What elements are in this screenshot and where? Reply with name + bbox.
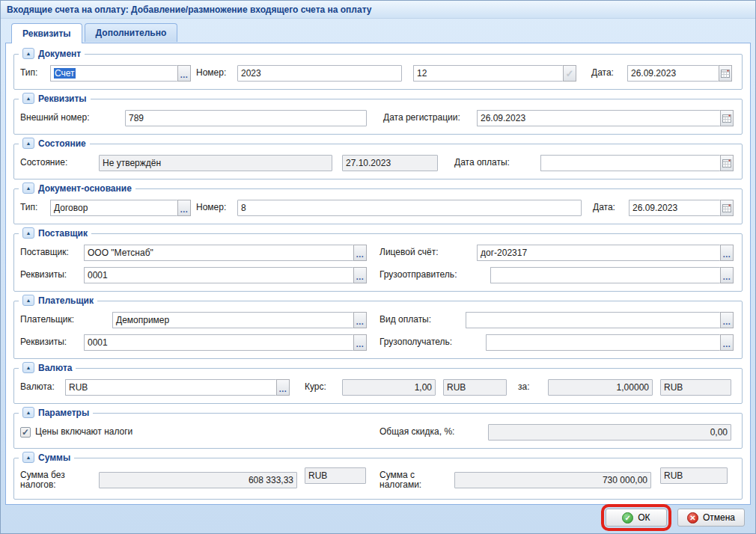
supplier-combo[interactable]: ООО "Метснаб" … <box>84 245 367 261</box>
payment-type-combo[interactable]: … <box>466 312 734 328</box>
fieldset-state-legend: Состояние <box>38 138 86 149</box>
collapse-icon: ▲ <box>26 51 31 56</box>
tab-strip: Реквизиты Дополнительно <box>5 19 751 43</box>
reg-date-input[interactable]: 26.09.2023 <box>477 110 720 126</box>
fieldset-document-legend: Документ <box>38 49 81 59</box>
supplier-requisites-input[interactable]: 0001 <box>84 267 353 283</box>
currency-browse-button[interactable]: … <box>276 379 290 396</box>
ellipsis-icon: … <box>356 272 365 281</box>
payer-requisites-browse-button[interactable]: … <box>353 334 367 351</box>
collapse-state-button[interactable]: ▲ <box>22 138 34 149</box>
supplier-browse-button[interactable]: … <box>353 245 367 261</box>
fieldset-parameters-legend: Параметры <box>38 408 89 418</box>
base-type-input[interactable]: Договор <box>50 200 177 216</box>
fieldset-currency: ▲ Валюта Валюта: RUB … Курс: 1,00 RUB за… <box>13 368 743 404</box>
ok-highlight-annotation: ✓ ОК <box>601 504 671 531</box>
fieldset-supplier-legend: Поставщик <box>38 228 88 239</box>
fieldset-supplier: ▲ Поставщик Поставщик: ООО "Метснаб" … Л… <box>13 233 743 292</box>
taxes-checkbox-label: Цены включают налоги <box>35 427 132 437</box>
payer-combo[interactable]: Демопример … <box>112 312 367 328</box>
base-date-calendar-button[interactable] <box>720 200 734 216</box>
shipper-browse-button[interactable]: … <box>720 267 734 283</box>
collapse-currency-button[interactable]: ▲ <box>22 362 34 373</box>
document-type-browse-button[interactable]: … <box>177 65 191 82</box>
currency-input[interactable]: RUB <box>65 379 276 396</box>
document-number-extra-combo[interactable]: 12 ✓ <box>413 65 576 82</box>
state-label: Состояние: <box>20 158 99 168</box>
consignee-combo[interactable]: … <box>486 334 734 351</box>
sum-with-currency-input: RUB <box>660 467 728 484</box>
payer-input[interactable]: Демопример <box>112 312 353 328</box>
per-currency-input: RUB <box>660 379 731 396</box>
document-type-input[interactable]: Счет <box>50 65 177 82</box>
external-number-input[interactable]: 789 <box>125 110 367 126</box>
payment-type-browse-button[interactable]: … <box>720 312 734 328</box>
collapse-sums-button[interactable]: ▲ <box>22 452 34 463</box>
base-date-input[interactable]: 26.09.2023 <box>629 200 720 216</box>
collapse-document-button[interactable]: ▲ <box>22 48 34 59</box>
base-type-combo[interactable]: Договор … <box>50 200 191 216</box>
discount-label: Общая скидка, %: <box>379 427 488 437</box>
reg-date-calendar-button[interactable] <box>720 110 734 126</box>
collapse-icon: ▲ <box>26 455 31 460</box>
document-date-combo[interactable]: 26.09.2023 <box>627 65 732 82</box>
document-date-input[interactable]: 26.09.2023 <box>627 65 719 82</box>
tab-panel: ▲ Документ Тип: Счет … Номер: 2023 12 ✓ <box>5 43 751 505</box>
document-number-input[interactable]: 2023 <box>237 65 402 82</box>
ok-button-label: ОК <box>638 512 650 523</box>
pay-date-input[interactable] <box>540 155 720 171</box>
payer-requisites-combo[interactable]: 0001 … <box>84 334 367 351</box>
pay-date-calendar-button[interactable] <box>720 155 734 171</box>
collapse-base-document-button[interactable]: ▲ <box>22 182 34 194</box>
payer-requisites-input[interactable]: 0001 <box>84 334 353 351</box>
document-date-calendar-button[interactable] <box>719 65 732 82</box>
collapse-requisites-button[interactable]: ▲ <box>22 93 34 104</box>
fieldset-parameters: ▲ Параметры ✓ Цены включают налоги Общая… <box>13 413 743 449</box>
button-bar: ✓ ОК ✕ Отмена <box>1 505 755 533</box>
pay-date-combo[interactable] <box>540 155 734 171</box>
supplier-requisites-browse-button[interactable]: … <box>353 267 367 283</box>
tab-additional[interactable]: Дополнительно <box>85 23 178 42</box>
tab-requisites[interactable]: Реквизиты <box>11 23 82 43</box>
reg-date-combo[interactable]: 26.09.2023 <box>477 110 734 126</box>
consignee-browse-button[interactable]: … <box>720 334 734 351</box>
sum-without-input: 608 333,33 <box>99 472 297 488</box>
base-number-input[interactable]: 8 <box>237 200 582 216</box>
shipper-combo[interactable]: … <box>490 267 734 283</box>
currency-combo[interactable]: RUB … <box>65 379 290 396</box>
supplier-requisites-combo[interactable]: 0001 … <box>84 267 367 283</box>
base-type-browse-button[interactable]: … <box>177 200 191 216</box>
external-number-label: Внешний номер: <box>20 113 125 123</box>
account-browse-button[interactable]: … <box>720 245 734 261</box>
document-date-label: Дата: <box>591 68 627 78</box>
collapse-icon: ▲ <box>26 185 31 191</box>
payment-type-input[interactable] <box>466 312 720 328</box>
collapse-supplier-button[interactable]: ▲ <box>22 227 34 239</box>
ellipsis-icon: … <box>356 340 365 349</box>
payer-browse-button[interactable]: … <box>353 312 367 328</box>
shipper-input[interactable] <box>490 267 720 283</box>
document-number-extra-input[interactable]: 12 <box>413 65 563 82</box>
account-combo[interactable]: дог-202317 … <box>477 245 734 261</box>
base-date-combo[interactable]: 26.09.2023 <box>629 200 734 216</box>
ellipsis-icon: … <box>722 250 731 259</box>
cancel-button[interactable]: ✕ Отмена <box>677 509 745 527</box>
calendar-icon <box>722 114 731 123</box>
ellipsis-icon: … <box>356 317 365 326</box>
rate-input: 1,00 <box>342 379 436 396</box>
taxes-checkbox[interactable]: ✓ <box>20 427 31 438</box>
ok-button[interactable]: ✓ ОК <box>606 509 667 527</box>
collapse-payer-button[interactable]: ▲ <box>22 295 34 306</box>
collapse-icon: ▲ <box>26 141 31 146</box>
supplier-input[interactable]: ООО "Метснаб" <box>84 245 353 261</box>
calendar-icon <box>722 203 731 212</box>
state-input: Не утверждён <box>99 155 332 171</box>
discount-input: 0,00 <box>488 424 731 441</box>
payer-label: Плательщик: <box>20 315 112 325</box>
account-input[interactable]: дог-202317 <box>477 245 720 261</box>
payer-requisites-label: Реквизиты: <box>20 337 84 347</box>
consignee-input[interactable] <box>486 334 720 351</box>
document-type-combo[interactable]: Счет … <box>50 65 191 82</box>
fieldset-requisites-legend: Реквизиты <box>38 93 87 104</box>
collapse-parameters-button[interactable]: ▲ <box>22 407 34 418</box>
